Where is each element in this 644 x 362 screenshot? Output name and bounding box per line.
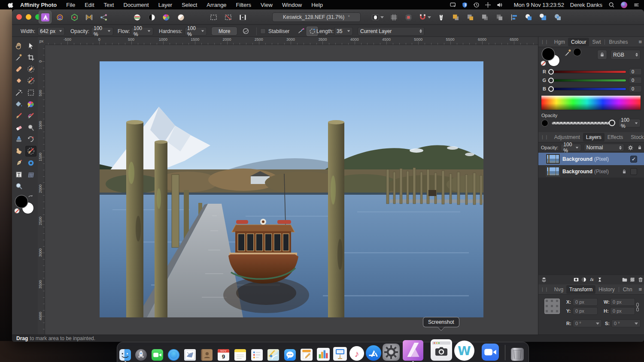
mesh-warp-tool[interactable] xyxy=(25,169,36,180)
tab-colour[interactable]: Colour xyxy=(568,38,589,46)
notification-list-icon[interactable] xyxy=(633,2,640,8)
auto-levels-icon[interactable] xyxy=(131,11,143,24)
horizontal-ruler[interactable]: -500050010001500200025003000350040004500… xyxy=(45,37,538,45)
delete-icon[interactable] xyxy=(637,275,644,284)
inpainting-brush-tool[interactable] xyxy=(25,146,36,157)
transform-y-field[interactable]: 0 px xyxy=(573,307,598,315)
volume-icon[interactable] xyxy=(496,2,503,8)
new-layer-icon[interactable] xyxy=(629,275,636,284)
gradient-tool[interactable] xyxy=(25,99,36,110)
liquify-persona-icon[interactable] xyxy=(53,11,66,24)
menu-select[interactable]: Select xyxy=(182,2,197,8)
erase-brush-tool[interactable] xyxy=(13,122,24,133)
eyedropper-icon[interactable] xyxy=(564,49,572,58)
colour-mode-select[interactable]: RGB xyxy=(611,50,641,60)
move-backward-icon[interactable] xyxy=(478,11,491,24)
dock-mail-icon[interactable] xyxy=(184,349,196,361)
link-dimensions-icon[interactable] xyxy=(635,302,640,314)
dock-w-app-icon[interactable]: W xyxy=(454,341,474,361)
display-icon[interactable] xyxy=(450,2,456,8)
hardness-field[interactable]: 100 % xyxy=(185,27,207,36)
boolean-subtract-icon[interactable] xyxy=(537,11,550,24)
no-colour-swatch[interactable] xyxy=(15,208,19,213)
slider-value-field[interactable]: 0 xyxy=(629,77,642,84)
menu-text[interactable]: Text xyxy=(104,2,114,8)
foreground-colour-swatch[interactable] xyxy=(15,196,27,208)
dock-safari-icon[interactable] xyxy=(168,349,179,361)
ellipse-tool[interactable] xyxy=(25,157,36,168)
move-to-back-icon[interactable] xyxy=(493,11,506,24)
photo-persona-icon[interactable] xyxy=(39,11,52,24)
colour-picker-tool[interactable] xyxy=(13,52,24,63)
layer-row[interactable]: Background(Pixel) xyxy=(538,165,644,178)
tab-chn[interactable]: Chn xyxy=(620,285,635,294)
auto-colour-icon[interactable] xyxy=(160,11,173,24)
blend-mode-select[interactable]: Normal xyxy=(584,144,624,151)
slider-knob[interactable] xyxy=(548,86,554,92)
clip-canvas-icon[interactable] xyxy=(236,11,249,24)
pen-tool[interactable] xyxy=(13,157,24,168)
zoom-tool[interactable] xyxy=(13,181,24,192)
transform-w-field[interactable]: 0 px xyxy=(610,298,635,306)
menu-layer[interactable]: Layer xyxy=(158,2,173,8)
dock-launchpad-icon[interactable] xyxy=(135,349,147,361)
time-machine-icon[interactable] xyxy=(473,2,480,8)
no-colour-swatch[interactable] xyxy=(541,61,546,66)
tab-nvg[interactable]: Nvg xyxy=(551,285,566,294)
dock-messages-icon[interactable] xyxy=(284,349,296,361)
dock-contacts-icon[interactable] xyxy=(201,349,213,361)
layer-settings-gear-icon[interactable] xyxy=(626,143,635,152)
opacity-swatch-dot[interactable] xyxy=(542,120,548,126)
vertical-ruler[interactable]: 05001000150020002500300035004000 xyxy=(38,45,45,335)
dock-numbers-icon[interactable] xyxy=(317,348,330,361)
layer-visibility-checkbox[interactable] xyxy=(630,168,637,175)
paint-brush-tool[interactable] xyxy=(13,111,24,121)
layer-lock-icon[interactable] xyxy=(635,143,644,152)
layers-empty-area[interactable] xyxy=(538,178,644,275)
menu-clock[interactable]: Mon 9 Nov 13:23:52 xyxy=(514,2,564,8)
slider-track[interactable] xyxy=(548,79,626,82)
patch-tool[interactable] xyxy=(25,64,36,75)
slider-track[interactable] xyxy=(548,87,626,90)
pixel-alignment-icon[interactable] xyxy=(402,11,415,24)
dodge-brush-tool[interactable] xyxy=(25,122,36,133)
undo-brush-tool[interactable] xyxy=(25,134,36,145)
app-name[interactable]: Affinity Photo xyxy=(20,2,57,8)
ruler-unit[interactable]: px xyxy=(38,37,45,45)
swap-colours-icon[interactable] xyxy=(27,194,33,202)
develop-persona-icon[interactable] xyxy=(68,11,81,24)
tab-swt[interactable]: Swt xyxy=(589,38,604,46)
text-tool[interactable] xyxy=(13,169,24,180)
tab-hgm[interactable]: Hgm xyxy=(551,38,568,46)
marquee-select-tool[interactable] xyxy=(25,87,36,98)
tab-history[interactable]: History xyxy=(595,285,617,294)
wet-edges-icon[interactable] xyxy=(240,27,251,36)
opacity-field[interactable]: 100 % xyxy=(91,27,113,36)
live-filter-icon[interactable] xyxy=(596,275,604,284)
menu-view[interactable]: View xyxy=(261,2,273,8)
width-field[interactable]: 642 px xyxy=(37,27,65,36)
menu-file[interactable]: File xyxy=(66,2,75,8)
layer-target-select[interactable]: Current Layer xyxy=(358,27,425,36)
anchor-point-selector[interactable] xyxy=(544,299,560,314)
lock-icon[interactable] xyxy=(597,50,607,60)
assistant-icon[interactable] xyxy=(434,11,447,24)
dock-keynote-icon[interactable] xyxy=(333,347,347,361)
auto-contrast-icon[interactable] xyxy=(145,11,158,24)
layer-thumbnail[interactable] xyxy=(547,167,559,176)
move-tool[interactable] xyxy=(25,40,36,51)
selection-edges-icon[interactable] xyxy=(222,11,234,24)
move-icon[interactable] xyxy=(485,2,491,8)
tab-stock[interactable]: Stock xyxy=(628,133,644,142)
transform-h-field[interactable]: 0 px xyxy=(610,307,635,315)
tab-layers[interactable]: Layers xyxy=(583,133,605,142)
dock-music-icon[interactable]: ♪ xyxy=(349,346,364,361)
healing-brush-tool[interactable] xyxy=(13,64,24,75)
group-icon[interactable] xyxy=(621,275,629,284)
layer-thumbnail[interactable] xyxy=(547,154,559,163)
foreground-colour-swatch[interactable] xyxy=(542,48,554,60)
colour-replacement-brush-tool[interactable] xyxy=(25,111,36,121)
move-to-front-icon[interactable] xyxy=(449,11,462,24)
panel-menu-icon[interactable]: ≡ xyxy=(638,39,642,45)
layer-row[interactable]: Background(Pixel)✓ xyxy=(538,153,644,165)
